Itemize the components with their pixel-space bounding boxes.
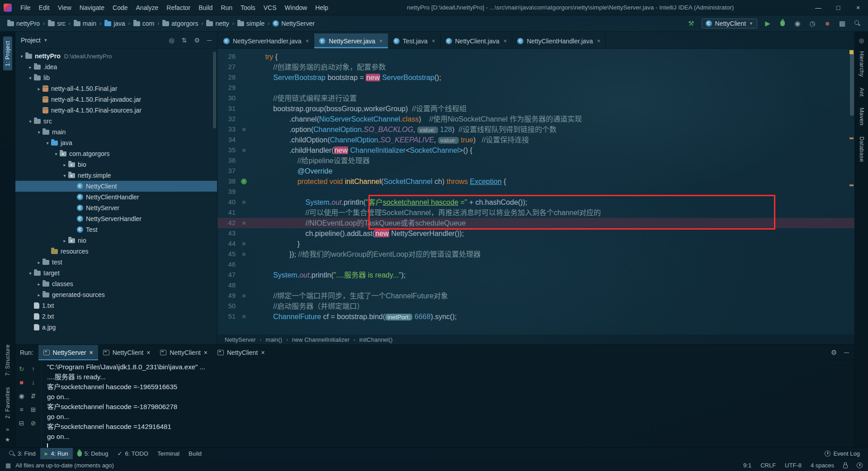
expanded-arrow-icon[interactable]: ▾ bbox=[27, 75, 34, 80]
expanded-arrow-icon[interactable]: ▾ bbox=[27, 271, 34, 276]
editor-tab[interactable]: CNettyClient.java× bbox=[441, 33, 513, 48]
file-encoding[interactable]: UTF-8 bbox=[785, 462, 802, 469]
code-line[interactable]: 32 .channel(NioServerSocketChannel.class… bbox=[217, 114, 854, 124]
code-line[interactable]: 39 bbox=[217, 187, 854, 197]
editor-breadcrumb-item[interactable]: NettyServer bbox=[225, 336, 256, 343]
tree-row[interactable]: ▾com.atgorgors bbox=[15, 148, 217, 159]
settings-icon[interactable]: ⚙ bbox=[194, 37, 200, 44]
debug-icon[interactable] bbox=[778, 19, 787, 28]
soft-wrap-icon[interactable]: ≡ bbox=[17, 405, 27, 414]
code-line[interactable]: 44 } bbox=[217, 239, 854, 249]
sidebar-item-favorites[interactable]: 2: Favorites bbox=[3, 383, 12, 423]
tree-row[interactable]: ▾src bbox=[15, 116, 217, 127]
tree-row[interactable]: ▸generated-sources bbox=[15, 289, 217, 300]
menu-item-build[interactable]: Build bbox=[194, 2, 217, 13]
breadcrumb-item[interactable]: atgorgors bbox=[160, 19, 200, 28]
tree-row[interactable]: ▸.idea bbox=[15, 61, 217, 72]
breadcrumb-item[interactable]: simple bbox=[236, 19, 266, 28]
run-icon[interactable]: ▶ bbox=[763, 19, 772, 28]
close-icon[interactable]: × bbox=[306, 38, 309, 44]
breadcrumb-item[interactable]: src bbox=[46, 19, 67, 28]
expanded-arrow-icon[interactable]: ▾ bbox=[27, 119, 34, 124]
settings-icon[interactable]: ⚙ bbox=[831, 349, 837, 357]
breadcrumb-item[interactable]: java bbox=[103, 19, 127, 28]
memory-indicator-icon[interactable] bbox=[857, 462, 863, 468]
run-tab[interactable]: NettyClient× bbox=[212, 345, 270, 360]
collapsed-arrow-icon[interactable]: ▸ bbox=[35, 282, 42, 287]
close-button[interactable]: × bbox=[848, 0, 868, 15]
code-line[interactable]: 29 bbox=[217, 83, 854, 93]
sidebar-item-database[interactable]: Database bbox=[857, 132, 866, 166]
code-line[interactable]: 38↑ protected void initChannel(SocketCha… bbox=[217, 176, 854, 187]
close-icon[interactable]: × bbox=[261, 349, 264, 356]
lock-icon[interactable] bbox=[843, 465, 848, 468]
close-icon[interactable]: × bbox=[504, 38, 507, 44]
rerun-icon[interactable]: ↻ bbox=[17, 364, 27, 374]
editor-tab[interactable]: CNettyServer.java× bbox=[314, 33, 388, 48]
collapsed-arrow-icon[interactable]: ▸ bbox=[27, 65, 34, 70]
sidebar-item-maven[interactable]: Maven bbox=[857, 104, 866, 130]
close-icon[interactable]: × bbox=[90, 349, 93, 356]
project-panel-title[interactable]: Project bbox=[21, 37, 41, 44]
tree-row[interactable]: ▾lib bbox=[15, 72, 217, 83]
close-icon[interactable]: × bbox=[432, 38, 435, 44]
layout-icon[interactable]: ▦ bbox=[838, 19, 847, 28]
tree-row[interactable]: CNettyClient bbox=[15, 181, 217, 192]
code-line[interactable]: 45 }); //给我们的workGroup的EventLoop对应的管道设置处… bbox=[217, 249, 854, 259]
sidebar-item-project[interactable]: 1: Project bbox=[3, 37, 12, 71]
code-line[interactable]: 43 ch.pipeline().addLast(new NettyServer… bbox=[217, 228, 854, 239]
code-editor[interactable]: 26 try {27 //创建服务端的启动对象，配置参数28 ServerBoo… bbox=[217, 49, 854, 334]
line-separator[interactable]: CRLF bbox=[760, 462, 776, 469]
tree-row[interactable]: ▾target bbox=[15, 268, 217, 278]
menu-item-navigate[interactable]: Navigate bbox=[75, 2, 108, 13]
editor-scrollbar[interactable] bbox=[850, 52, 854, 116]
tree-row[interactable]: ▸bio bbox=[15, 159, 217, 170]
code-line[interactable]: 27 //创建服务端的启动对象，配置参数 bbox=[217, 62, 854, 72]
breadcrumb-item[interactable]: nettyPro bbox=[5, 19, 42, 28]
minimize-button[interactable]: — bbox=[808, 0, 828, 15]
coverage-icon[interactable]: ◉ bbox=[793, 19, 802, 28]
locate-icon[interactable]: ◎ bbox=[169, 37, 175, 44]
run-tab[interactable]: NettyServer× bbox=[38, 345, 98, 360]
code-line[interactable]: 30 //使用链式编程来进行设置 bbox=[217, 93, 854, 104]
expanded-arrow-icon[interactable]: ▾ bbox=[44, 141, 51, 146]
tree-row[interactable]: ▾main bbox=[15, 127, 217, 137]
build-hammer-icon[interactable]: ⚒ bbox=[687, 19, 696, 28]
collapse-all-icon[interactable]: ⇅ bbox=[182, 37, 187, 44]
breadcrumb-item[interactable]: com bbox=[132, 19, 156, 28]
breadcrumb-item[interactable]: netty bbox=[204, 19, 231, 28]
menu-item-code[interactable]: Code bbox=[108, 2, 132, 13]
menu-item-vcs[interactable]: VCS bbox=[259, 2, 281, 13]
tree-row[interactable]: a.jpg bbox=[15, 322, 217, 333]
overriding-method-icon[interactable]: ↑ bbox=[241, 179, 247, 184]
toolwindow-button-4-run[interactable]: ▶4: Run bbox=[40, 448, 73, 459]
tree-row[interactable]: ▾nettyProD:\idealU\nettyPro bbox=[15, 51, 217, 61]
code-line[interactable]: 51 ChannelFuture cf = bootstrap.bind(ine… bbox=[217, 311, 854, 322]
code-line[interactable]: 33 .option(ChannelOption.SO_BACKLOG, val… bbox=[217, 124, 854, 135]
toolwindow-button-6-todo[interactable]: ✓6: TODO bbox=[113, 448, 153, 459]
tree-row[interactable]: ▸netty-all-4.1.50.Final.jar bbox=[15, 83, 217, 94]
close-icon[interactable]: × bbox=[146, 349, 150, 356]
history-icon[interactable]: ⇵ bbox=[28, 391, 38, 401]
run-tab[interactable]: NettyClient× bbox=[98, 345, 156, 360]
event-log-button[interactable]: Event Log bbox=[821, 450, 863, 457]
toolwindow-button-terminal[interactable]: Terminal bbox=[153, 448, 184, 459]
favorites-star-icon[interactable]: ★ bbox=[5, 436, 10, 443]
stop-icon[interactable]: ■ bbox=[17, 377, 27, 387]
code-line[interactable]: 40 System.out.println("客户socketchannel h… bbox=[217, 197, 854, 207]
run-console[interactable]: "C:\Program Files\Java\jdk1.8.0_231\bin\… bbox=[42, 360, 854, 447]
sidebar-item-hierarchy[interactable]: Hierarchy bbox=[857, 47, 866, 81]
more-icon[interactable]: » bbox=[6, 426, 9, 433]
print-icon[interactable]: ⊟ bbox=[17, 418, 27, 428]
code-line[interactable]: 26 try { bbox=[217, 52, 854, 62]
collapsed-arrow-icon[interactable]: ▸ bbox=[61, 162, 68, 167]
menu-item-analyze[interactable]: Analyze bbox=[132, 2, 163, 13]
tree-row[interactable]: CNettyServerHandler bbox=[15, 213, 217, 224]
tree-row[interactable]: ▸nio bbox=[15, 235, 217, 246]
clear-icon[interactable]: ⊘ bbox=[28, 418, 38, 428]
code-line[interactable]: 47 System.out.println("....服务器 is ready.… bbox=[217, 270, 854, 280]
collapsed-arrow-icon[interactable]: ▸ bbox=[61, 238, 68, 243]
tree-row[interactable]: 1.txt bbox=[15, 300, 217, 311]
editor-tab[interactable]: CNettyClientHandler.java× bbox=[512, 33, 606, 48]
breadcrumb-item[interactable]: CNettyServer bbox=[271, 19, 316, 28]
